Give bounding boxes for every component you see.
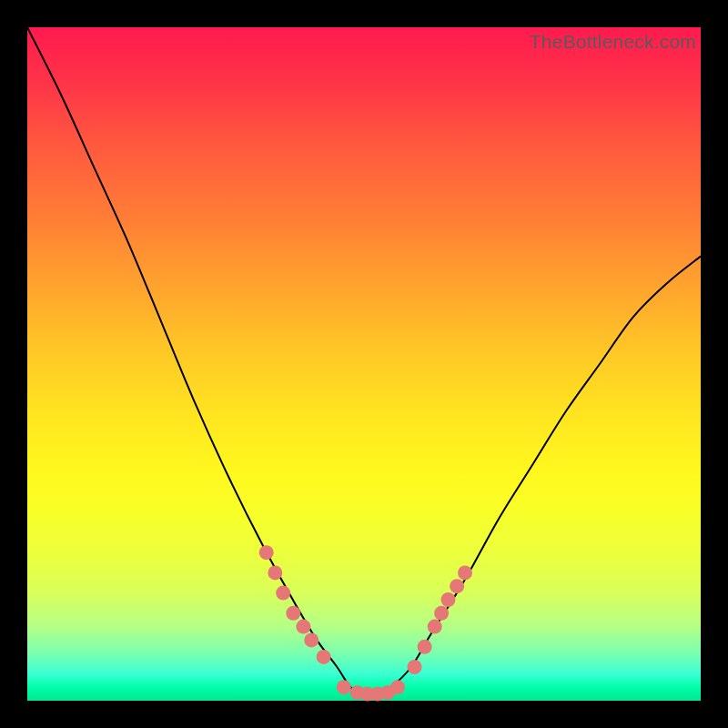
data-point	[450, 579, 464, 593]
data-point	[296, 620, 310, 634]
data-point	[317, 650, 331, 664]
data-point	[337, 680, 351, 694]
data-point	[286, 606, 300, 621]
data-point	[418, 640, 432, 654]
data-point	[458, 565, 472, 580]
chart-svg	[27, 27, 701, 701]
data-point	[428, 620, 442, 634]
data-point	[390, 680, 405, 694]
data-point	[268, 565, 282, 580]
plot-area: TheBottleneck.com	[27, 27, 701, 701]
data-points-group	[259, 545, 472, 701]
bottleneck-curve	[27, 27, 701, 695]
data-point	[276, 586, 290, 601]
data-point	[304, 632, 318, 647]
chart-container: TheBottleneck.com	[0, 0, 728, 728]
data-point	[259, 545, 274, 560]
data-point	[441, 592, 456, 607]
data-point	[408, 660, 422, 674]
data-point	[434, 606, 449, 621]
